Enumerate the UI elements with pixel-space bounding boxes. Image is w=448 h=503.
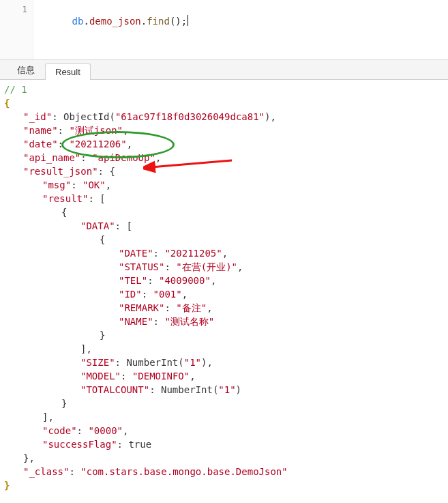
result-index-comment: // 1 — [4, 83, 444, 96]
field-data-name: "NAME": "测试名称" — [4, 315, 444, 328]
line-gutter: 1 — [0, 0, 33, 59]
field-data-status: "STATUS": "在营(开业)", — [4, 260, 444, 274]
token-db: db — [72, 16, 84, 27]
field-id: "_id": ObjectId("61ac97f18f0d3026049dca8… — [4, 110, 444, 124]
field-size: "SIZE": NumberInt("1"), — [4, 356, 444, 369]
field-api-name: "api_name": "apiDemoUp", — [4, 151, 444, 164]
result-tabbar: 信息 Result — [0, 60, 448, 80]
result-pane[interactable]: // 1 { "_id": ObjectId("61ac97f18f0d3026… — [0, 80, 448, 499]
code-editor[interactable]: 1 db.demo_json.find(); — [0, 0, 448, 60]
brace-rj-close: }, — [4, 451, 444, 465]
code-line[interactable]: db.demo_json.find(); — [33, 0, 188, 59]
field-result-arr: "result": [ — [4, 192, 444, 205]
brace-inner-open: { — [4, 205, 444, 219]
field-data-arr: "DATA": [ — [4, 219, 444, 233]
field-data-remark: "REMARK": "备注", — [4, 301, 444, 315]
line-number: 1 — [22, 4, 27, 14]
field-code: "code": "0000", — [4, 424, 444, 437]
field-msg: "msg": "OK", — [4, 178, 444, 192]
field-data-id: "ID": "001", — [4, 287, 444, 301]
token-collection: demo_json — [89, 16, 141, 27]
brace-data-open: { — [4, 233, 444, 246]
field-result-json: "result_json": { — [4, 164, 444, 178]
field-date: "date": "20211206", — [4, 137, 444, 151]
field-class: "_class": "com.stars.base.mongo.base.Dem… — [4, 465, 444, 478]
field-name: "name": "测试json", — [4, 124, 444, 137]
caret-icon — [188, 15, 188, 26]
tab-info[interactable]: 信息 — [7, 61, 45, 79]
brace-open: { — [4, 96, 444, 110]
brace-close: } — [4, 478, 444, 492]
bracket-result-close: ], — [4, 410, 444, 424]
token-find: find — [147, 16, 170, 27]
token-tail: (); — [170, 16, 187, 27]
field-data-date: "DATE": "20211205", — [4, 246, 444, 260]
tab-result[interactable]: Result — [45, 63, 91, 80]
brace-data-close: } — [4, 328, 444, 342]
field-data-tel: "TEL": "4009000", — [4, 274, 444, 287]
field-model: "MODEL": "DEMOINFO", — [4, 369, 444, 383]
brace-inner-close: } — [4, 397, 444, 410]
field-totalcount: "TOTALCOUNT": NumberInt("1") — [4, 383, 444, 397]
bracket-data-close: ], — [4, 342, 444, 356]
field-successflag: "successFlag": true — [4, 437, 444, 451]
